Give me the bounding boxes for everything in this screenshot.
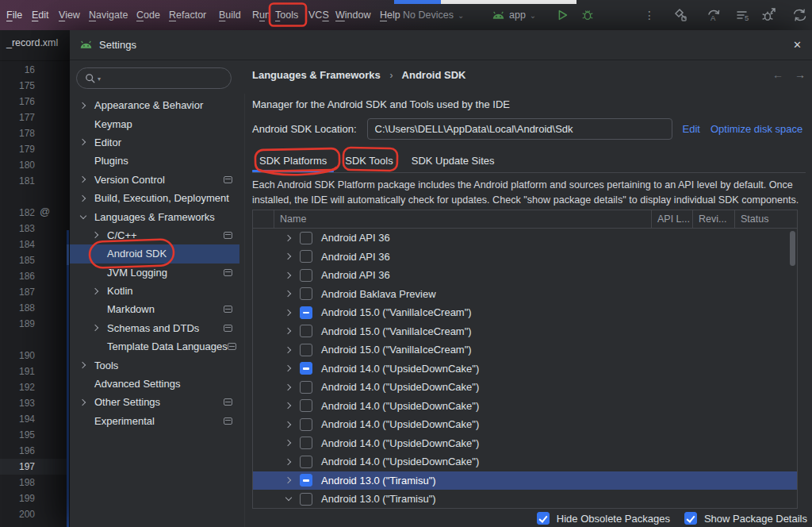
optimize-disk-space-link[interactable]: Optimize disk space [710, 123, 802, 135]
sidebar-item-c-c[interactable]: C/C++ [70, 226, 239, 244]
breadcrumb-parent[interactable]: Languages & Frameworks [252, 69, 381, 81]
package-checkbox[interactable] [300, 381, 312, 394]
sdk-location-input[interactable] [367, 118, 672, 140]
package-checkbox[interactable] [300, 437, 312, 449]
menu-item-run[interactable]: Run [252, 0, 270, 30]
package-checkbox[interactable] [300, 344, 312, 356]
chevron-right-icon[interactable] [90, 325, 102, 330]
logcat-icon[interactable]: 5 [733, 6, 753, 24]
package-checkbox[interactable] [300, 269, 312, 282]
close-icon[interactable]: ✕ [793, 30, 802, 60]
tab-sdk-tools[interactable]: SDK Tools [338, 149, 400, 172]
menu-item-view[interactable]: View [59, 0, 80, 30]
sidebar-item-jvm-logging[interactable]: JVM Logging [70, 264, 239, 282]
package-checkbox[interactable] [300, 456, 312, 468]
chevron-right-icon[interactable] [283, 460, 294, 464]
menu-item-tools[interactable]: Tools [275, 0, 298, 30]
chevron-right-icon[interactable] [283, 273, 294, 278]
chevron-right-icon[interactable] [283, 291, 294, 296]
tab-record-xml[interactable]: _record.xml [6, 37, 58, 48]
package-checkbox[interactable] [300, 399, 312, 412]
footer-option-show-package-details[interactable]: Show Package Details [684, 512, 807, 525]
chevron-right-icon[interactable] [78, 400, 89, 405]
menu-item-build[interactable]: Build [219, 0, 241, 30]
sync-letter-a-icon[interactable]: A [704, 6, 723, 24]
package-checkbox[interactable] [300, 325, 312, 337]
sidebar-item-android-sdk[interactable]: Android SDK [70, 244, 239, 263]
editor-scroll-indicator[interactable] [67, 230, 69, 527]
column-header-api-l[interactable]: API L... [651, 210, 692, 228]
table-row[interactable]: Android 14.0 ("UpsideDownCake") [253, 452, 797, 471]
search-input[interactable]: ▾ [76, 67, 232, 89]
chevron-right-icon[interactable] [283, 236, 294, 240]
chevron-right-icon[interactable] [78, 103, 89, 108]
table-row[interactable]: Android API 36 [253, 266, 797, 285]
package-checkbox[interactable] [300, 362, 312, 375]
table-row[interactable]: Android 15.0 ("VanillaIceCream") [253, 303, 797, 322]
sync-icon[interactable] [791, 6, 810, 24]
table-row[interactable]: Android 14.0 ("UpsideDownCake") [253, 415, 797, 434]
more-actions-icon[interactable]: ⋮ [644, 0, 655, 30]
table-row[interactable]: Android 14.0 ("UpsideDownCake") [253, 378, 797, 397]
footer-option-hide-obsolete-packages[interactable]: Hide Obsolete Packages [537, 512, 670, 525]
sidebar-item-keymap[interactable]: Keymap [70, 114, 239, 133]
tab-sdk-update-sites[interactable]: SDK Update Sites [404, 149, 502, 172]
sidebar-item-appearance-behavior[interactable]: Appearance & Behavior [70, 96, 239, 114]
run-configuration-selector[interactable]: app ⌄ [492, 0, 536, 30]
chevron-right-icon[interactable] [283, 254, 294, 259]
debug-button[interactable] [579, 6, 596, 24]
run-button[interactable] [553, 6, 571, 24]
chevron-right-icon[interactable] [283, 403, 294, 408]
table-row[interactable]: Android 15.0 ("VanillaIceCream") [253, 322, 797, 341]
table-row[interactable]: Android 14.0 ("UpsideDownCake") [253, 360, 797, 379]
table-row[interactable]: Android 15.0 ("VanillaIceCream") [253, 340, 797, 360]
sidebar-item-tools[interactable]: Tools [70, 356, 239, 374]
menu-item-edit[interactable]: Edit [32, 0, 49, 30]
chevron-right-icon[interactable] [90, 289, 102, 294]
menu-item-help[interactable]: Help [380, 0, 400, 30]
sidebar-item-markdown[interactable]: Markdown [70, 300, 239, 318]
menu-item-file[interactable]: File [6, 0, 22, 30]
menu-item-code[interactable]: Code [136, 0, 160, 30]
package-checkbox[interactable] [300, 418, 312, 431]
table-row[interactable]: Android API 36 [253, 229, 797, 248]
table-row[interactable]: Android 14.0 ("UpsideDownCake") [253, 434, 797, 453]
edit-link[interactable]: Edit [683, 123, 700, 135]
sidebar-item-languages-frameworks[interactable]: Languages & Frameworks [70, 207, 239, 225]
chevron-right-icon[interactable] [283, 478, 294, 483]
chevron-right-icon[interactable] [283, 422, 294, 427]
sidebar-item-version-control[interactable]: Version Control [70, 171, 239, 189]
chevron-right-icon[interactable] [283, 385, 294, 390]
chevron-right-icon[interactable] [283, 440, 294, 445]
chevron-right-icon[interactable] [283, 329, 294, 333]
column-header-revi[interactable]: Revi... [692, 210, 734, 228]
menu-item-refactor[interactable]: Refactor [169, 0, 206, 30]
table-row[interactable]: Android API 36 [253, 248, 797, 267]
package-checkbox[interactable] [300, 474, 312, 487]
menu-item-window[interactable]: Window [335, 0, 370, 30]
chevron-right-icon[interactable] [283, 348, 294, 352]
checkbox[interactable] [537, 512, 550, 525]
chevron-down-icon[interactable] [283, 498, 294, 500]
package-checkbox[interactable] [300, 250, 312, 263]
checkbox[interactable] [684, 512, 697, 525]
chevron-right-icon[interactable] [90, 233, 102, 237]
chevron-right-icon[interactable] [78, 363, 89, 367]
table-row[interactable]: Android Baklava Preview [253, 285, 797, 304]
table-row[interactable]: Android 13.0 ("Tiramisu") [253, 471, 797, 490]
table-scrollbar[interactable] [790, 231, 795, 266]
menu-item-vcs[interactable]: VCS [308, 0, 329, 30]
chevron-right-icon[interactable] [283, 310, 294, 315]
sidebar-item-advanced-settings[interactable]: Advanced Settings [70, 375, 239, 393]
chevron-down-icon[interactable] [78, 216, 89, 218]
package-checkbox[interactable] [300, 493, 312, 506]
chevron-right-icon[interactable] [78, 177, 89, 182]
sidebar-item-kotlin[interactable]: Kotlin [70, 282, 239, 300]
menu-item-navigate[interactable]: Navigate [89, 0, 128, 30]
package-checkbox[interactable] [300, 232, 312, 244]
package-checkbox[interactable] [300, 287, 312, 300]
sidebar-item-template-data-languages[interactable]: Template Data Languages [70, 337, 239, 356]
table-row[interactable]: Android 13.0 ("Tiramisu") [253, 490, 797, 509]
chevron-right-icon[interactable] [78, 140, 89, 144]
chevron-right-icon[interactable] [78, 196, 89, 201]
